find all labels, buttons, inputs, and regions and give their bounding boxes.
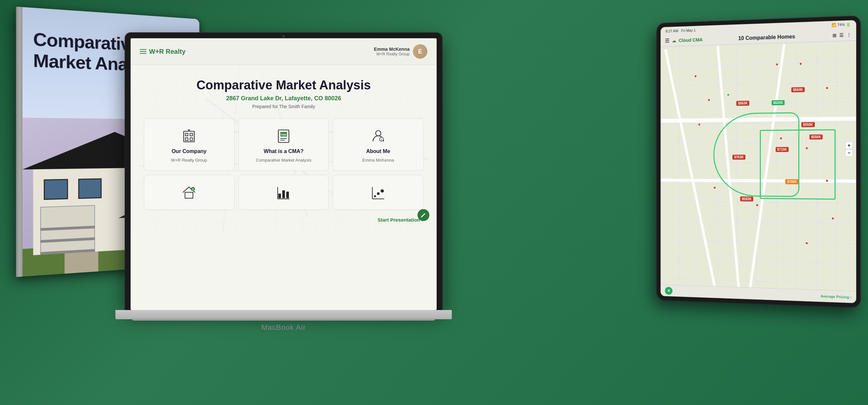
list-icon[interactable]: ☰ (839, 32, 844, 38)
person-icon: i (369, 127, 388, 145)
hamburger-icon[interactable]: ☰ (665, 38, 669, 44)
card-cma-title: What is a CMA? (264, 148, 304, 154)
booklet-spine (16, 7, 23, 277)
price-badge-550k: $550K (801, 122, 814, 127)
zoom-in-button[interactable]: + (845, 142, 853, 149)
map-dot-2 (776, 63, 778, 66)
hamburger-menu[interactable] (140, 49, 147, 54)
cards-grid: Our Company W+R Realty Group CMA (144, 118, 424, 171)
card-our-company-title: Our Company (172, 148, 207, 154)
price-badge-625k: $625K (772, 100, 785, 105)
status-battery: 📶 74% 🔋 (831, 23, 850, 27)
svg-point-34 (380, 189, 384, 193)
laptop-bottom-edge (132, 319, 435, 320)
header-icons: ⊞ ☰ ⋮ (832, 32, 851, 38)
cloud-icon: ☁ (672, 38, 676, 43)
svg-rect-9 (190, 133, 193, 136)
card-about-me[interactable]: i About Me Emma McKenna (333, 118, 424, 171)
map-dot-10 (713, 186, 716, 189)
more-icon[interactable]: ⋮ (846, 32, 851, 38)
svg-rect-10 (185, 138, 188, 141)
tablet-screen: 8:27 AM Fri May 1 📶 74% 🔋 ☰ ☁ Cloud CMA … (660, 20, 856, 303)
price-badge-564k: $564K (792, 87, 805, 92)
card-about-me-subtitle: Emma McKenna (363, 158, 394, 163)
card-our-company-subtitle: W+R Realty Group (171, 158, 207, 163)
svg-rect-11 (190, 138, 193, 141)
cma-title: Comparative Market Analysis (144, 78, 424, 92)
laptop-screen-frame: W+R Realty Emma McKenna W+R Realty Group… (125, 33, 442, 310)
zoom-controls: + − (845, 142, 853, 157)
card-about-me-title: About Me (366, 148, 390, 154)
map-dot-6 (698, 123, 701, 126)
svg-text:CMA: CMA (281, 133, 287, 136)
scatter-icon (369, 183, 388, 201)
property-address: 2867 Grand Lake Dr, Lafayette, CO 80026 (144, 95, 424, 102)
card-bar-chart[interactable] (239, 175, 329, 210)
svg-rect-26 (282, 190, 285, 198)
agent-info: Emma McKenna W+R Realty Group E (374, 44, 427, 59)
bar-chart-icon (274, 183, 293, 201)
tablet: 8:27 AM Fri May 1 📶 74% 🔋 ☰ ☁ Cloud CMA … (657, 16, 860, 307)
house-dollar-icon: $ (180, 183, 198, 201)
laptop-base (116, 310, 452, 319)
cma-icon: CMA (274, 127, 293, 145)
close-button[interactable]: ✕ (665, 287, 673, 294)
card-our-company[interactable]: Our Company W+R Realty Group (144, 118, 235, 171)
agent-avatar: E (413, 44, 427, 59)
map-dot-9 (826, 179, 828, 182)
grid-icon[interactable]: ⊞ (832, 32, 836, 38)
laptop: W+R Realty Emma McKenna W+R Realty Group… (125, 33, 442, 356)
card-cma-subtitle: Comparative Market Analysis (256, 158, 311, 163)
app-name: Cloud CMA (679, 37, 703, 43)
map-dot-green (727, 94, 730, 96)
map-dot-4 (826, 87, 828, 89)
laptop-logo: W+R Realty (140, 48, 186, 55)
price-badge-715k: $715K (776, 147, 789, 152)
average-pricing-link[interactable]: Average Pricing › (820, 294, 851, 299)
comparable-homes-title: 10 Comparable Homes (705, 32, 830, 42)
map-selection-outline-2 (760, 129, 836, 199)
svg-rect-27 (286, 192, 289, 198)
agent-company: W+R Realty Group (374, 52, 410, 56)
svg-text:$: $ (192, 188, 194, 191)
start-presentation-label: Start Presentation (378, 217, 420, 223)
agent-name: Emma McKenna (374, 46, 410, 52)
price-badge-563k: $563K (736, 101, 749, 106)
map-dot-3 (799, 62, 802, 65)
svg-rect-25 (278, 194, 281, 198)
building-icon (180, 127, 198, 145)
laptop-camera (282, 35, 285, 38)
svg-point-19 (376, 131, 381, 136)
map-dot-13 (805, 242, 808, 244)
laptop-header: W+R Realty Emma McKenna W+R Realty Group… (131, 38, 437, 65)
card-house-pricing[interactable]: $ (144, 175, 235, 210)
svg-rect-22 (185, 192, 193, 198)
price-badge-583k: $583K (740, 196, 753, 201)
laptop-model-label: MacBook Air (261, 323, 306, 332)
svg-point-32 (374, 195, 376, 197)
zoom-out-button[interactable]: − (845, 149, 853, 157)
card-scatter[interactable] (333, 175, 424, 210)
price-badge-556k: $556K (809, 134, 823, 140)
price-badge-763k: $763K (733, 155, 745, 160)
map-dot-11 (756, 204, 758, 207)
prepared-for: Prepared for The Smith Family (144, 104, 424, 109)
svg-rect-8 (185, 133, 188, 136)
start-arrow-icon: › (422, 216, 424, 223)
status-time: 8:27 AM Fri May 1 (665, 28, 695, 33)
price-badge-705k: $705K (785, 179, 799, 184)
laptop-screen: W+R Realty Emma McKenna W+R Realty Group… (131, 38, 437, 310)
tablet-map: $564K $625K $563K $550K $556K $715K $763… (660, 40, 856, 293)
cards-grid-row2: $ (144, 175, 424, 210)
svg-text:i: i (381, 138, 382, 141)
laptop-body: Comparative Market Analysis 2867 Grand L… (131, 65, 437, 233)
card-what-is-cma[interactable]: CMA What is a CMA? Comparative Market An… (239, 118, 329, 171)
start-presentation-btn[interactable]: Start Presentation › (378, 216, 424, 223)
map-dot-1 (694, 75, 697, 77)
footer-bar: Start Presentation › (144, 214, 424, 227)
svg-point-33 (377, 192, 380, 195)
